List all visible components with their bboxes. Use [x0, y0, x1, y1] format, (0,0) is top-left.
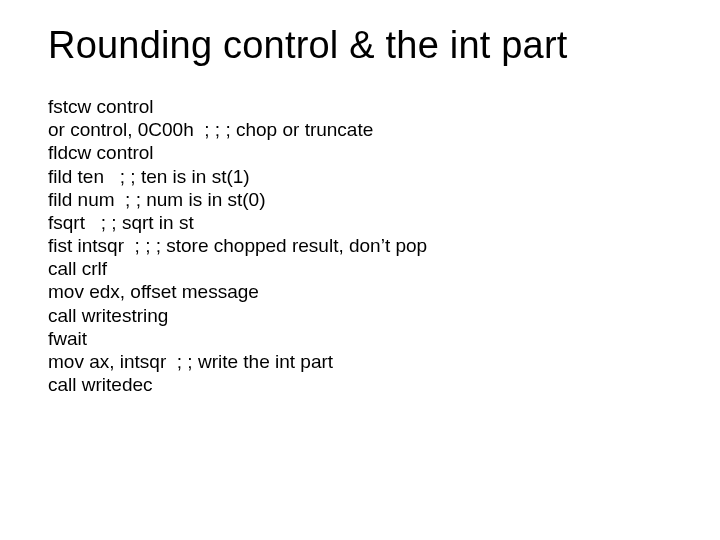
code-block: fstcw control or control, 0C00h ; ; ; ch… — [48, 95, 672, 396]
slide: Rounding control & the int part fstcw co… — [0, 0, 720, 540]
slide-title: Rounding control & the int part — [48, 24, 672, 67]
